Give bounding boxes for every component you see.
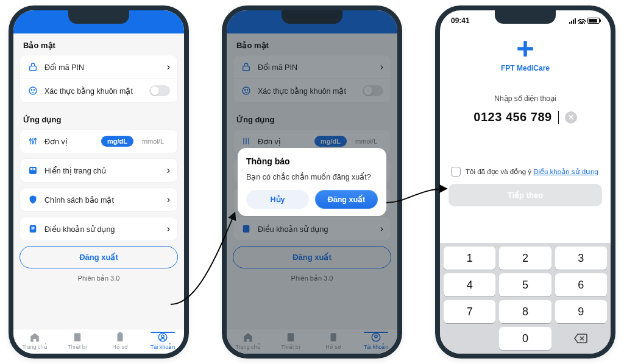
backspace-icon [573,333,588,344]
brand: FPT MediCare [440,38,611,72]
face-auth-toggle[interactable] [149,85,170,96]
svg-point-3 [34,89,34,90]
phone-value: 0123 456 789 [473,110,551,124]
dialog-message: Bạn có chắc chắn muốn đăng xuất? [246,172,378,181]
phone-account-settings: 09:41 Tài khoản Bảo mật Đổi mã PIN › [9,5,189,359]
svg-rect-12 [31,228,34,229]
chevron-right-icon: › [167,223,170,234]
chevron-right-icon: › [167,165,170,176]
svg-rect-15 [119,332,122,334]
battery-icon [161,5,173,7]
layout-icon [27,165,38,176]
signal-icon [143,5,149,7]
phone-logout-dialog: 09:41 Tài khoản Bảo mật Đổi mã PIN› Xác … [222,5,402,359]
dialog-cancel-button[interactable]: Hủy [246,190,309,209]
svg-rect-0 [30,66,37,71]
key-7[interactable]: 7 [444,300,495,323]
section-security-title: Bảo mật [20,33,178,55]
lock-icon [27,61,38,72]
tos-checkbox[interactable] [451,167,461,177]
key-1[interactable]: 1 [444,247,495,270]
svg-point-1 [29,87,37,94]
tab-account[interactable]: Tài khoản [141,332,184,350]
device-notch [495,10,556,24]
key-5[interactable]: 5 [499,273,551,296]
row-face-auth[interactable]: Xác thực bằng khuôn mặt [20,79,177,102]
status-time: 09:41 [238,5,257,8]
status-time: 09:41 [451,16,470,25]
row-homepage[interactable]: Hiển thị trang chủ › [20,159,177,182]
wifi-icon [364,5,372,7]
face-id-icon [27,85,38,96]
row-unit: Đơn vị mg/dL mmol/L [20,130,177,153]
logout-button[interactable]: Đăng xuất [20,246,178,268]
status-time: 09:41 [24,5,43,8]
row-change-pin[interactable]: Đổi mã PIN › [20,55,177,79]
row-terms[interactable]: Điều khoản sử dụng › [20,217,177,240]
svg-point-5 [32,142,34,144]
phone-login: 09:41 FPT MediCare Nhập số điện thoại 01… [435,5,615,359]
key-9[interactable]: 9 [555,300,607,323]
key-backspace[interactable] [555,327,607,350]
row-label: Chính sách bảo mật [44,195,161,205]
status-icons [356,5,386,7]
svg-rect-13 [74,333,81,341]
status-icons [569,18,600,24]
key-blank [444,327,495,350]
tab-bar: Trang chủ Thiết bị Hồ sơ Tài khoản [13,329,184,354]
chevron-right-icon: › [167,61,170,72]
plus-icon [515,38,536,59]
dialog-title: Thông báo [246,156,378,166]
svg-point-17 [161,335,165,338]
numeric-keypad: 1 2 3 4 5 6 7 8 9 0 [440,243,611,354]
svg-rect-11 [31,227,34,228]
status-icons [143,5,173,7]
battery-icon [374,5,386,7]
svg-rect-14 [118,333,123,341]
status-bar: 09:41 [227,5,397,10]
signal-icon [356,5,363,7]
battery-icon [587,18,600,24]
logout-dialog: Thông báo Bạn có chắc chắn muốn đăng xuấ… [238,148,386,216]
svg-point-4 [30,139,32,141]
tab-records[interactable]: Hồ sơ [99,332,141,350]
row-label: Xác thực bằng khuôn mặt [44,86,143,96]
device-notch [68,10,129,24]
tos-text: Tôi đã đọc và đồng ý Điều khoản sử dụng [466,167,598,176]
key-8[interactable]: 8 [499,300,551,323]
next-button[interactable]: Tiếp theo [448,184,602,206]
tos-row: Tôi đã đọc và đồng ý Điều khoản sử dụng [440,167,611,177]
svg-point-2 [31,89,32,90]
unit-mmol-button[interactable]: mmol/L [136,136,170,147]
dialog-confirm-button[interactable]: Đăng xuất [315,190,378,209]
row-privacy[interactable]: Chính sách bảo mật › [20,188,177,211]
key-2[interactable]: 2 [499,247,551,270]
tos-link[interactable]: Điều khoản sử dụng [533,168,598,175]
tab-home[interactable]: Trang chủ [13,332,56,350]
clear-button[interactable]: ✕ [565,111,577,124]
svg-rect-9 [34,168,35,170]
modal-overlay[interactable]: Thông báo Bạn có chắc chắn muốn đăng xuấ… [227,10,397,354]
signal-icon [569,18,576,24]
key-3[interactable]: 3 [555,247,607,270]
key-6[interactable]: 6 [555,273,607,296]
row-label: Đơn vị [44,137,95,146]
tab-devices[interactable]: Thiết bị [56,332,99,350]
phone-input[interactable]: 0123 456 789 ✕ [440,110,611,124]
chevron-right-icon: › [167,194,170,205]
svg-point-6 [35,138,37,140]
unit-mgdl-button[interactable]: mg/dL [101,136,133,147]
row-label: Hiển thị trang chủ [44,166,161,175]
svg-rect-8 [30,168,32,170]
status-bar: 09:41 [13,5,184,10]
text-cursor [558,111,559,124]
brand-name: FPT MediCare [440,64,611,72]
sliders-icon [27,136,38,147]
row-label: Điều khoản sử dụng [44,225,161,234]
version-label: Phiên bản 3.0 [13,268,184,286]
svg-rect-7 [29,167,37,174]
key-0[interactable]: 0 [499,327,551,350]
wifi-icon [151,5,159,7]
shield-icon [27,194,38,205]
key-4[interactable]: 4 [444,273,495,296]
